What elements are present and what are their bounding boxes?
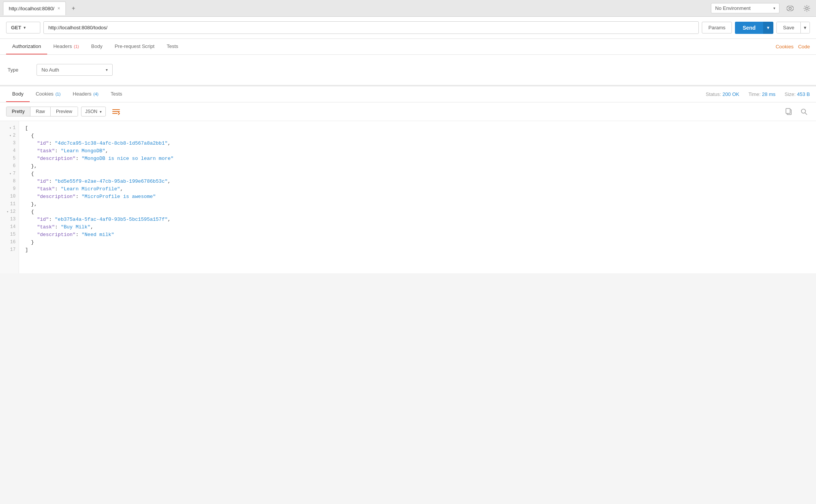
line-num-9: 9 — [0, 185, 19, 193]
tab-body[interactable]: Body — [85, 39, 109, 54]
raw-button[interactable]: Raw — [30, 107, 51, 116]
svg-rect-7 — [786, 108, 790, 113]
code-line-11: }, — [25, 200, 810, 208]
code-line-17: ] — [25, 246, 810, 254]
line-num-4: 4 — [0, 147, 19, 155]
line-num-8: 8 — [0, 177, 19, 185]
tab-tests[interactable]: Tests — [161, 39, 184, 54]
eye-icon[interactable] — [784, 2, 796, 14]
line-num-7: ▾7 — [0, 170, 19, 177]
tab-pre-request-script[interactable]: Pre-request Script — [108, 39, 161, 54]
code-viewer: ▾1 ▾2 3 4 5 6 ▾7 8 9 10 11 ▾12 13 14 15 … — [0, 121, 816, 273]
top-bar-right: No Environment ▾ — [711, 2, 813, 14]
time-label: Time: — [748, 91, 760, 97]
json-format-selector[interactable]: JSON ▾ — [81, 107, 106, 116]
code-line-7: { — [25, 170, 810, 177]
save-button[interactable]: Save — [777, 22, 800, 33]
line-num-5: 5 — [0, 155, 19, 162]
auth-type-row: Type No Auth ▾ — [8, 64, 808, 76]
filter-icon[interactable] — [109, 106, 123, 117]
code-line-3: "id": "4dc7ca95-1c38-4afc-8cb8-1d567a8a2… — [25, 139, 810, 147]
auth-type-value: No Auth — [41, 67, 59, 73]
request-tabs-bar: Authorization Headers (1) Body Pre-reque… — [0, 39, 816, 55]
code-line-2: { — [25, 132, 810, 139]
tab-close-icon[interactable]: × — [57, 6, 60, 11]
method-label: GET — [11, 25, 21, 30]
active-tab[interactable]: http://localhost:8080/ × — [3, 2, 66, 15]
tab-tests-label: Tests — [167, 43, 178, 49]
save-dropdown-icon: ▾ — [804, 25, 806, 30]
url-input[interactable] — [43, 21, 699, 34]
fold-arrow-2: ▾ — [9, 134, 11, 138]
code-link[interactable]: Code — [798, 44, 810, 49]
tab-label: http://localhost:8080/ — [9, 6, 54, 11]
line-num-6: 6 — [0, 162, 19, 170]
response-tabs-left: Body Cookies (1) Headers (4) Tests — [6, 86, 128, 102]
resp-tab-tests[interactable]: Tests — [105, 86, 128, 102]
code-line-15: "description": "Need milk" — [25, 231, 810, 238]
code-line-16: } — [25, 238, 810, 246]
line-num-17: 17 — [0, 246, 19, 254]
size-value: 453 B — [797, 91, 810, 97]
line-num-2: ▾2 — [0, 132, 19, 139]
line-num-1: ▾1 — [0, 124, 19, 132]
status-info: Status: 200 OK — [706, 91, 739, 97]
send-dropdown-button[interactable]: ▾ — [763, 22, 773, 34]
gear-icon[interactable] — [801, 2, 813, 14]
resp-tab-headers-label: Headers — [73, 91, 91, 97]
tab-prerequest-label: Pre-request Script — [115, 43, 155, 49]
send-button[interactable]: Send — [735, 22, 763, 34]
code-line-6: }, — [25, 162, 810, 170]
code-line-9: "task": "Learn MicroProfile", — [25, 185, 810, 193]
code-line-12: { — [25, 208, 810, 215]
resp-tab-body[interactable]: Body — [6, 86, 30, 102]
send-dropdown-icon: ▾ — [767, 25, 770, 30]
cookies-link[interactable]: Cookies — [776, 44, 794, 49]
svg-line-9 — [805, 113, 807, 115]
status-label: Status: — [706, 91, 721, 97]
tab-add-button[interactable]: + — [68, 3, 79, 14]
status-value: 200 OK — [722, 91, 739, 97]
code-line-14: "task": "Buy Milk", — [25, 223, 810, 231]
pretty-button[interactable]: Pretty — [6, 107, 30, 116]
method-selector[interactable]: GET ▾ — [6, 22, 40, 33]
json-chevron-icon: ▾ — [100, 110, 102, 114]
params-button[interactable]: Params — [702, 22, 732, 33]
line-numbers: ▾1 ▾2 3 4 5 6 ▾7 8 9 10 11 ▾12 13 14 15 … — [0, 121, 19, 273]
response-tabs-bar: Body Cookies (1) Headers (4) Tests Statu… — [0, 86, 816, 102]
response-meta: Status: 200 OK Time: 28 ms Size: 453 B — [706, 91, 810, 97]
resp-tab-headers[interactable]: Headers (4) — [67, 86, 105, 102]
auth-type-label: Type — [8, 67, 30, 73]
tab-body-label: Body — [91, 43, 103, 49]
environment-selector[interactable]: No Environment ▾ — [711, 3, 779, 13]
line-num-11: 11 — [0, 200, 19, 208]
line-num-14: 14 — [0, 223, 19, 231]
preview-button[interactable]: Preview — [51, 107, 78, 116]
tab-headers[interactable]: Headers (1) — [47, 39, 85, 54]
tabs-area: http://localhost:8080/ × + — [3, 0, 79, 16]
response-section: Body Cookies (1) Headers (4) Tests Statu… — [0, 86, 816, 273]
top-bar: http://localhost:8080/ × + No Environmen… — [0, 0, 816, 17]
code-line-1: [ — [25, 124, 810, 132]
svg-point-2 — [806, 7, 808, 10]
size-label: Size: — [784, 91, 795, 97]
code-line-4: "task": "Learn MongoDB", — [25, 147, 810, 155]
tab-authorization[interactable]: Authorization — [6, 39, 47, 54]
headers-badge: (1) — [73, 44, 79, 49]
cookies-badge: (1) — [54, 92, 61, 96]
send-button-group: Send ▾ — [735, 22, 773, 34]
code-line-10: "description": "MicroProfile is awesome" — [25, 193, 810, 200]
size-info: Size: 453 B — [784, 91, 810, 97]
search-icon[interactable] — [798, 105, 810, 118]
chevron-down-icon: ▾ — [773, 6, 775, 10]
request-tabs-left: Authorization Headers (1) Body Pre-reque… — [6, 39, 184, 54]
resp-tab-cookies-label: Cookies — [36, 91, 54, 97]
save-dropdown-button[interactable]: ▾ — [800, 22, 810, 33]
line-num-12: ▾12 — [0, 208, 19, 215]
resp-tab-cookies[interactable]: Cookies (1) — [30, 86, 67, 102]
tab-headers-label: Headers — [53, 43, 72, 49]
auth-type-selector[interactable]: No Auth ▾ — [37, 64, 113, 76]
code-line-8: "id": "bd5e55f9-e2ae-47cb-95ab-199e6786b… — [25, 177, 810, 185]
copy-icon[interactable] — [783, 105, 795, 118]
line-num-3: 3 — [0, 139, 19, 147]
